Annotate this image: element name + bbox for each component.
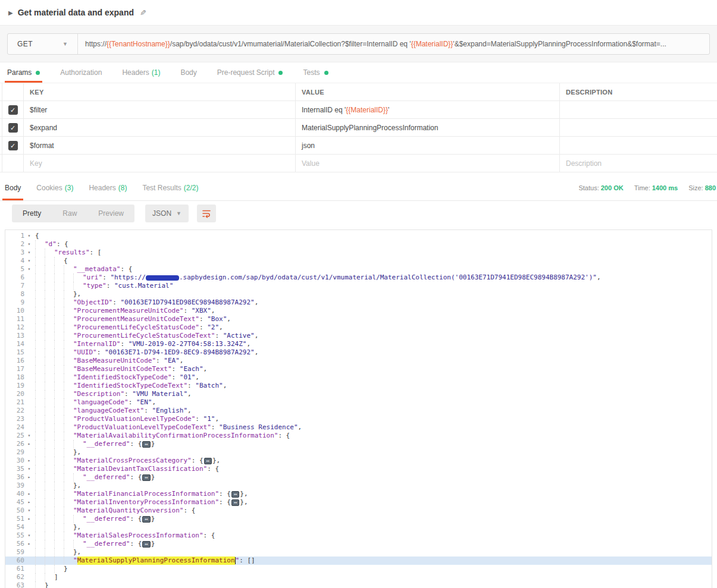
indent-guide <box>54 265 64 273</box>
param-key-cell[interactable]: $filter <box>24 101 296 118</box>
fold-open-icon[interactable]: ▾ <box>24 265 34 273</box>
param-checkbox[interactable]: ✓ <box>8 123 18 133</box>
json-string-value: "00163E71-D794-1ED9-8EC9-894B8987A292" <box>105 348 255 357</box>
code-line: 56▸"__deferred": {↔} <box>5 540 712 548</box>
fold-collapsed-icon[interactable]: ▸ <box>24 457 34 465</box>
tab-params[interactable]: Params <box>7 62 40 83</box>
json-punctuation: : { <box>130 515 142 523</box>
view-mode-pretty[interactable]: Pretty <box>12 205 52 222</box>
view-mode-raw[interactable]: Raw <box>52 205 87 222</box>
tab-pre-request-script[interactable]: Pre-request Script <box>217 62 283 83</box>
response-tab-body[interactable]: Body <box>5 175 21 200</box>
param-key-cell[interactable]: $format <box>24 137 296 154</box>
fold-open-icon[interactable]: ▾ <box>24 249 34 257</box>
indent-guide <box>54 540 64 548</box>
indent-guide <box>35 340 45 348</box>
edit-title-icon[interactable]: ✎ <box>140 8 146 17</box>
code-line-content: "UUID": "00163E71-D794-1ED9-8EC9-894B898… <box>35 348 712 357</box>
json-key: "MaterialDeviantTaxClassification" <box>73 465 207 473</box>
param-key-placeholder[interactable]: Key <box>24 155 296 172</box>
fold-open-icon[interactable]: ▾ <box>24 432 34 440</box>
code-line-content: "MaterialFinancialProcessInformation": {… <box>35 490 712 498</box>
tab-body[interactable]: Body <box>180 62 196 83</box>
fold-open-icon[interactable]: ▾ <box>24 465 34 473</box>
line-number: 10 <box>5 307 24 315</box>
json-punctuation: : { <box>120 265 132 273</box>
fold-collapsed-icon[interactable]: ▸ <box>24 440 34 448</box>
indent-guide <box>35 423 45 432</box>
tab-authorization[interactable]: Authorization <box>60 62 102 83</box>
url-input[interactable]: https://{{TenantHostname}}/sap/byd/odata… <box>78 34 709 54</box>
collapsed-code-pill[interactable]: ↔ <box>142 516 150 523</box>
indent-guide <box>64 265 73 273</box>
code-line-content: "MaterialDeviantTaxClassification": { <box>35 465 712 473</box>
fold-collapsed-icon[interactable]: ▸ <box>24 540 34 548</box>
indent-guide <box>45 573 54 581</box>
indent-guide <box>35 265 45 273</box>
json-punctuation: : <box>172 373 180 382</box>
line-number: 22 <box>5 407 24 415</box>
line-gutter: 11 <box>5 315 35 323</box>
param-value-cell[interactable]: json <box>296 137 560 154</box>
fold-open-icon[interactable]: ▾ <box>24 232 34 240</box>
line-number: 40 <box>5 490 24 498</box>
collapsed-code-pill[interactable]: ↔ <box>231 491 239 498</box>
json-punctuation: , <box>187 407 192 415</box>
collapsed-code-pill[interactable]: ↔ <box>231 499 239 506</box>
response-tab-headers[interactable]: Headers(8) <box>89 175 127 200</box>
fold-open-icon[interactable]: ▾ <box>24 507 34 515</box>
param-description-placeholder[interactable]: Description <box>560 155 717 172</box>
fold-collapsed-icon[interactable]: ▸ <box>24 498 34 507</box>
fold-open-icon[interactable]: ▾ <box>24 532 34 540</box>
param-value-cell[interactable]: MaterialSupplyPlanningProcessInformation <box>296 119 560 136</box>
indent-guide <box>45 523 54 532</box>
json-string-value: "XBX" <box>192 307 211 315</box>
code-line: 14"InternalID": "VMU-2019-02-27T04:58:13… <box>5 340 712 348</box>
view-mode-preview[interactable]: Preview <box>87 205 134 222</box>
line-number: 19 <box>5 382 24 390</box>
format-dropdown[interactable]: JSON ▼ <box>145 205 189 222</box>
indent-guide <box>35 440 45 448</box>
indent-guide <box>35 432 45 440</box>
param-description-cell[interactable] <box>560 101 717 118</box>
url-text: https:// <box>85 40 107 48</box>
param-value-placeholder[interactable]: Value <box>296 155 560 172</box>
indent-guide <box>54 432 64 440</box>
code-line-content: } <box>35 581 712 588</box>
indent-guide <box>54 307 64 315</box>
collapsed-code-pill[interactable]: ↔ <box>142 441 150 448</box>
indent-guide <box>54 357 64 365</box>
json-punctuation: : <box>183 307 191 315</box>
indent-guide <box>45 257 54 265</box>
param-description-cell[interactable] <box>560 137 717 154</box>
tab-headers[interactable]: Headers(1) <box>122 62 160 83</box>
collapse-caret-icon[interactable]: ▶ <box>8 10 13 16</box>
indent-guide <box>35 323 45 332</box>
param-checkbox[interactable]: ✓ <box>8 141 18 150</box>
collapsed-code-pill[interactable]: ↔ <box>142 541 150 548</box>
collapsed-code-pill[interactable]: ↔ <box>142 474 150 481</box>
fold-open-icon[interactable]: ▾ <box>24 240 34 249</box>
param-value-cell[interactable]: InternalID eq '{{MaterialID}}' <box>296 101 560 118</box>
json-punctuation: , <box>211 307 215 315</box>
fold-open-icon[interactable]: ▾ <box>24 257 34 265</box>
fold-collapsed-icon[interactable]: ▸ <box>24 473 34 482</box>
indent-guide <box>64 548 73 556</box>
response-tab-cookies[interactable]: Cookies(3) <box>36 175 73 200</box>
wrap-text-button[interactable] <box>197 205 216 222</box>
line-number: 14 <box>5 340 24 348</box>
response-tab-test-results[interactable]: Test Results(2/2) <box>142 175 198 200</box>
json-punctuation: : [ <box>90 249 102 257</box>
tab-tests[interactable]: Tests <box>303 62 328 83</box>
indent-guide <box>45 540 54 548</box>
fold-collapsed-icon[interactable]: ▸ <box>24 490 34 498</box>
param-key-cell[interactable]: $expand <box>24 119 296 136</box>
param-description-cell[interactable] <box>560 119 717 136</box>
fold-collapsed-icon[interactable]: ▸ <box>24 515 34 523</box>
collapsed-code-pill[interactable]: ↔ <box>204 458 212 464</box>
response-body-editor[interactable]: 1▾{2▾"d": {3▾"results": [4▾{5▾"__metadat… <box>5 229 712 588</box>
indent-guide <box>54 482 64 490</box>
method-dropdown[interactable]: GET ▼ <box>8 34 78 54</box>
param-checkbox[interactable]: ✓ <box>8 105 18 115</box>
code-line: 16"BaseMeasureUnitCode": "EA", <box>5 357 712 365</box>
